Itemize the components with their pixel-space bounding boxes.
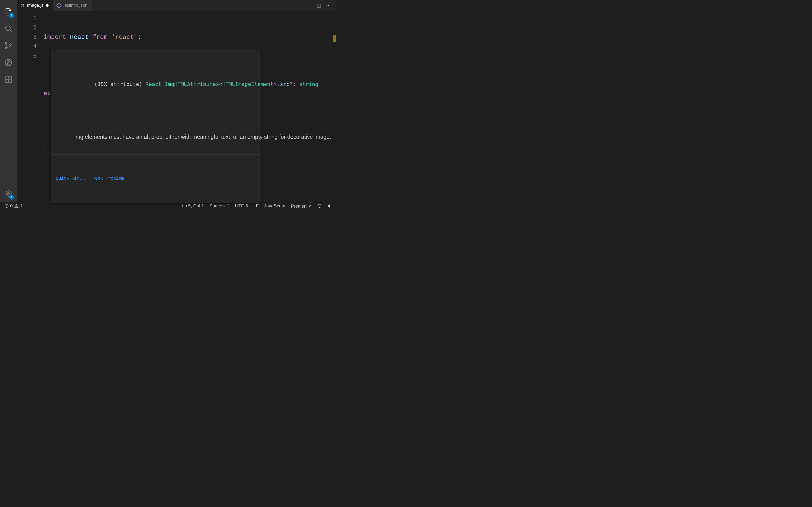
svg-point-2	[6, 42, 7, 44]
tab-eslintrc[interactable]: .eslintrc.json	[53, 0, 92, 11]
svg-point-22	[318, 204, 321, 208]
settings-gear-icon[interactable]: 1	[0, 185, 17, 202]
tab-label: .eslintrc.json	[63, 3, 88, 8]
svg-point-24	[320, 206, 320, 206]
status-prettier[interactable]: Prettier: ✔	[289, 202, 313, 210]
minimap-warning-marker-icon	[333, 35, 336, 42]
tab-image-js[interactable]: JS Image.js	[17, 0, 53, 11]
svg-point-21	[16, 207, 17, 207]
minimap[interactable]	[331, 11, 336, 202]
extensions-icon[interactable]	[0, 71, 17, 88]
editor-column: JS Image.js .eslintrc.json 1 2	[17, 0, 336, 202]
editor-body[interactable]: 1 2 3 4 5 import React from 'react'; exp…	[17, 11, 336, 202]
explorer-badge: 1	[9, 13, 14, 18]
error-count: 0	[10, 203, 13, 209]
svg-point-16	[329, 5, 331, 6]
peek-problem-link[interactable]: Peek Problem	[93, 175, 124, 182]
settings-badge: 1	[9, 195, 14, 200]
svg-point-4	[10, 44, 12, 45]
main-area: 1 1 JS Image.js	[0, 0, 336, 202]
svg-line-1	[10, 30, 12, 32]
hover-tooltip: (JSX attribute) React.ImgHTMLAttributes<…	[51, 49, 261, 203]
warning-icon	[14, 204, 18, 208]
svg-point-11	[7, 192, 10, 195]
eslint-file-icon	[56, 3, 62, 8]
status-problems[interactable]: 0 1	[3, 202, 24, 210]
svg-point-23	[319, 206, 319, 206]
quick-fix-link[interactable]: Quick Fix...	[56, 175, 87, 182]
line-number: 4	[17, 42, 37, 51]
js-file-icon: JS	[21, 4, 24, 7]
svg-rect-8	[5, 80, 8, 83]
error-icon	[4, 204, 9, 208]
status-notifications-icon[interactable]	[325, 202, 333, 210]
svg-point-15	[328, 5, 329, 6]
line-number: 3	[17, 33, 37, 42]
explorer-icon[interactable]: 1	[0, 3, 17, 20]
tab-dirty-indicator-icon	[46, 4, 49, 7]
hover-actions: Quick Fix... Peek Problem	[51, 173, 261, 185]
source-control-icon[interactable]	[0, 37, 17, 54]
svg-rect-7	[5, 76, 8, 79]
svg-rect-10	[9, 76, 12, 79]
warning-count: 1	[20, 203, 23, 209]
svg-point-3	[6, 47, 7, 49]
status-feedback-icon[interactable]	[316, 202, 323, 210]
line-number: 5	[17, 51, 37, 61]
more-actions-icon[interactable]	[325, 2, 332, 9]
code-area[interactable]: import React from 'react'; export const …	[44, 11, 331, 202]
svg-point-0	[6, 26, 10, 31]
line-number: 2	[17, 23, 37, 33]
svg-rect-9	[9, 80, 12, 83]
line-number: 1	[17, 14, 37, 23]
hover-description: img elements must have an alt prop, eith…	[51, 119, 261, 155]
svg-point-14	[326, 5, 327, 6]
split-editor-icon[interactable]	[315, 2, 322, 9]
activity-bar: 1 1	[0, 0, 17, 202]
tab-bar: JS Image.js .eslintrc.json	[17, 0, 336, 11]
line-gutter: 1 2 3 4 5	[17, 11, 44, 202]
search-icon[interactable]	[0, 20, 17, 37]
tab-bar-actions	[315, 0, 336, 11]
status-language[interactable]: JavaScript	[262, 202, 287, 210]
code-line: import React from 'react';	[44, 33, 331, 42]
tab-label: Image.js	[27, 3, 44, 8]
debug-icon[interactable]	[0, 54, 17, 71]
hover-signature: (JSX attribute) React.ImgHTMLAttributes<…	[51, 67, 261, 101]
